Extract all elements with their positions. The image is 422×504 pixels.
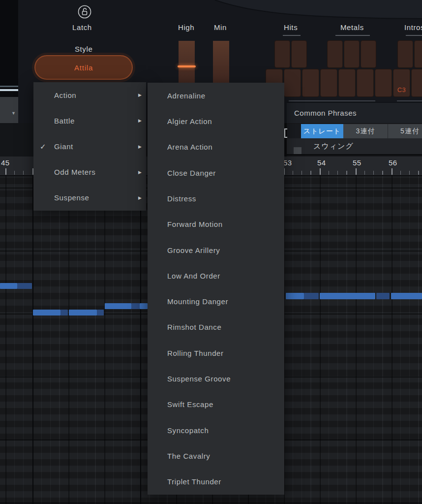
latch-unlock-icon[interactable] bbox=[77, 4, 92, 19]
midi-note[interactable] bbox=[286, 293, 304, 299]
style-submenu-item[interactable]: Syncopatch bbox=[148, 417, 284, 443]
pad-key[interactable] bbox=[344, 40, 360, 68]
keyboard-key[interactable] bbox=[375, 69, 392, 97]
latch-label: Latch bbox=[72, 23, 92, 32]
style-selector-value: Attila bbox=[74, 63, 93, 72]
style-menu-item[interactable]: ✓ Giant ▶ bbox=[33, 133, 146, 159]
bar-line bbox=[140, 176, 141, 504]
section-intros-label: Intros bbox=[404, 23, 422, 32]
style-menu-item[interactable]: ✓ Suspense ▶ bbox=[33, 185, 146, 211]
midi-note[interactable] bbox=[131, 303, 140, 309]
common-phrases-panel: Common Phrases bbox=[287, 102, 422, 123]
style-submenu-item[interactable]: Forward Motion bbox=[148, 212, 284, 237]
ruler-bar-number: 55 bbox=[353, 158, 361, 167]
midi-note[interactable] bbox=[17, 283, 32, 289]
midi-note[interactable] bbox=[69, 310, 97, 315]
style-menu-item[interactable]: ✓ Action ▶ bbox=[33, 82, 146, 108]
midi-note[interactable] bbox=[320, 293, 375, 299]
slider-min-label: Min bbox=[214, 23, 227, 32]
track-header-panel[interactable]: ▼ bbox=[0, 97, 18, 124]
section-metals-label: Metals bbox=[340, 23, 364, 32]
style-menu-item[interactable]: ✓ Battle ▶ bbox=[33, 108, 146, 133]
style-submenu-item[interactable]: Mounting Danger bbox=[148, 289, 284, 315]
keyboard-key[interactable] bbox=[338, 69, 356, 97]
keyboard-key[interactable] bbox=[284, 69, 301, 97]
submenu-item-label: Mounting Danger bbox=[167, 297, 228, 306]
style-submenu-item[interactable]: The Cavalry bbox=[148, 443, 284, 469]
chevron-down-icon[interactable]: ▼ bbox=[11, 111, 16, 116]
style-submenu-item[interactable]: Low And Order bbox=[148, 263, 284, 288]
quantize-tabbar-left bbox=[287, 124, 301, 138]
midi-note[interactable] bbox=[391, 293, 422, 299]
pad-key[interactable] bbox=[327, 40, 343, 68]
submenu-item-label: Low And Order bbox=[167, 272, 220, 280]
keyboard-key[interactable] bbox=[320, 69, 337, 97]
pad-key[interactable] bbox=[274, 40, 290, 68]
swing-tab[interactable]: スウィング bbox=[313, 142, 354, 151]
midi-note[interactable] bbox=[304, 293, 319, 299]
menu-item-label: Odd Meters bbox=[54, 168, 95, 176]
midi-note[interactable] bbox=[33, 310, 60, 315]
submenu-item-label: Forward Motion bbox=[167, 220, 223, 228]
menu-item-label: Giant bbox=[54, 142, 73, 151]
style-submenu-item[interactable]: Algier Action bbox=[148, 108, 284, 134]
submenu-item-label: Suspense Groove bbox=[167, 375, 231, 383]
pad-key[interactable] bbox=[414, 40, 422, 68]
style-submenu-item[interactable]: Distress bbox=[148, 186, 284, 211]
quantize-tab[interactable]: 5連付 bbox=[388, 124, 422, 138]
style-submenu-item[interactable]: Rolling Thunder bbox=[148, 340, 284, 366]
style-submenu-item[interactable]: Adrenaline bbox=[148, 83, 284, 108]
quantize-corner-fragment bbox=[294, 147, 301, 154]
section-hits-label: Hits bbox=[284, 23, 298, 32]
midi-note[interactable] bbox=[376, 293, 390, 299]
ruler-bar-number: 45 bbox=[1, 158, 9, 167]
high-slider-handle[interactable] bbox=[178, 65, 196, 67]
midi-note[interactable] bbox=[97, 310, 104, 315]
common-phrases-label: Common Phrases bbox=[294, 109, 357, 117]
quantize-tab[interactable]: ストレート bbox=[301, 124, 343, 138]
check-icon: ✓ bbox=[40, 142, 46, 151]
style-submenu-item[interactable]: Rimshot Dance bbox=[148, 315, 284, 340]
text-cursor-mark bbox=[284, 128, 287, 138]
style-menu-item[interactable]: ✓ Odd Meters ▶ bbox=[33, 159, 146, 185]
submenu-item-label: Syncopatch bbox=[167, 426, 209, 435]
slider-high-label: High bbox=[178, 23, 194, 32]
submenu-arrow-icon: ▶ bbox=[138, 170, 142, 175]
ruler-bar-number: 54 bbox=[317, 158, 326, 167]
quantize-swing-row[interactable]: スウィング bbox=[287, 138, 422, 154]
submenu-arrow-icon: ▶ bbox=[138, 118, 142, 123]
keyboard-key[interactable] bbox=[302, 69, 319, 97]
submenu-item-label: Triplet Thunder bbox=[167, 477, 221, 486]
midi-note[interactable] bbox=[0, 283, 17, 289]
track-separator bbox=[0, 86, 18, 87]
submenu-item-label: Algier Action bbox=[167, 117, 212, 126]
intros-underline bbox=[406, 35, 422, 36]
quantize-tab[interactable]: 3連付 bbox=[343, 124, 388, 138]
style-submenu-item[interactable]: Triplet Thunder bbox=[148, 469, 284, 495]
ruler-bar-number: 53 bbox=[283, 158, 292, 167]
daw-screen: 45 53 54 55 56 ▼ Latch Style Attila High… bbox=[0, 0, 422, 504]
style-selector-button[interactable]: Attila bbox=[34, 55, 133, 80]
style-menu: ✓ Action ▶ ✓ Battle ▶ ✓ Giant ▶ ✓ Odd Me… bbox=[33, 82, 146, 211]
ruler-bar-number: 56 bbox=[389, 158, 397, 167]
style-label: Style bbox=[75, 45, 92, 53]
midi-note[interactable] bbox=[60, 310, 68, 315]
style-submenu-item[interactable]: Arena Action bbox=[148, 134, 284, 160]
pad-key[interactable] bbox=[291, 40, 307, 68]
menu-item-label: Suspense bbox=[54, 193, 90, 202]
pad-key[interactable] bbox=[397, 40, 413, 68]
midi-note[interactable] bbox=[105, 303, 131, 309]
pad-key[interactable] bbox=[361, 40, 376, 68]
quantize-panel-border bbox=[287, 154, 422, 156]
track-area-lower bbox=[0, 123, 33, 157]
submenu-item-label: Swift Escape bbox=[167, 400, 213, 409]
style-submenu-item[interactable]: Close Danger bbox=[148, 160, 284, 186]
style-submenu-item[interactable]: Groove Arillery bbox=[148, 237, 284, 263]
keyboard-key[interactable] bbox=[357, 69, 374, 97]
keyboard-key[interactable] bbox=[411, 69, 422, 97]
submenu-item-label: Arena Action bbox=[167, 143, 212, 151]
submenu-item-label: Close Danger bbox=[167, 169, 216, 177]
style-submenu-item[interactable]: Suspense Groove bbox=[148, 366, 284, 391]
style-submenu-item[interactable]: Swift Escape bbox=[148, 392, 284, 417]
midi-note[interactable] bbox=[140, 303, 148, 309]
